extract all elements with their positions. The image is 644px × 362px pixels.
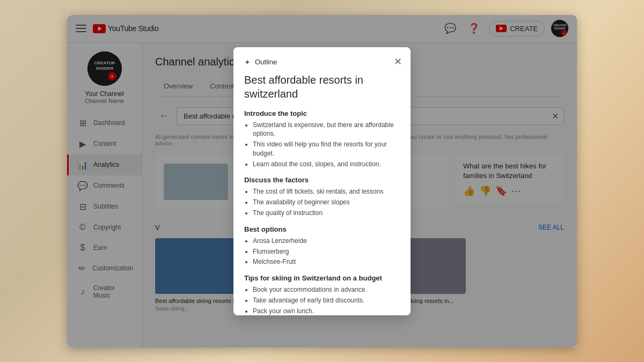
outline-section-title-1: Introduce the topic	[244, 109, 400, 117]
outline-list-3: Arosa Lenzerheide Flumserberg Melchsee-F…	[244, 237, 400, 267]
outline-section-title-4: Tips for skiing in Switzerland on a budg…	[244, 274, 400, 282]
outline-section-2: Discuss the factors The cost of lift tic…	[244, 176, 400, 217]
modal-overlay: ✦ Outline ✕ Best affordable resorts in s…	[67, 15, 577, 348]
outline-item-4-2: Take advantage of early bird discounts.	[253, 296, 400, 305]
outline-section-3: Best options Arosa Lenzerheide Flumserbe…	[244, 225, 400, 267]
outline-item-1-2: This video will help you find the resort…	[253, 140, 400, 158]
outline-list-2: The cost of lift tickets, ski rentals, a…	[244, 187, 400, 217]
outline-item-2-3: The quality of instruction	[253, 209, 400, 218]
modal-title: Best affordable resorts in switzerland	[244, 73, 400, 101]
outline-item-2-2: The availability of beginner slopes	[253, 198, 400, 207]
outline-list-1: Switzerland is expensive, but there are …	[244, 121, 400, 169]
outline-item-2-1: The cost of lift tickets, ski rentals, a…	[253, 187, 400, 196]
outline-item-3-1: Arosa Lenzerheide	[253, 237, 400, 246]
outline-item-3-3: Melchsee-Frutt	[253, 257, 400, 267]
outline-section-title-2: Discuss the factors	[244, 176, 400, 184]
outline-item-1-1: Switzerland is expensive, but there are …	[253, 121, 400, 139]
modal-header: ✦ Outline	[244, 58, 400, 67]
outline-section-title-3: Best options	[244, 225, 400, 233]
outline-modal: ✦ Outline ✕ Best affordable resorts in s…	[233, 47, 411, 315]
outline-section-1: Introduce the topic Switzerland is expen…	[244, 109, 400, 169]
outline-section-4: Tips for skiing in Switzerland on a budg…	[244, 274, 400, 315]
modal-header-title: Outline	[255, 58, 277, 66]
outline-item-4-1: Book your accommodations in advance.	[253, 285, 400, 294]
outline-list-4: Book your accommodations in advance. Tak…	[244, 285, 400, 315]
outline-item-4-3: Pack your own lunch.	[253, 307, 400, 315]
outline-item-1-3: Learn about the cost, slopes, and instru…	[253, 160, 400, 169]
modal-close-button[interactable]: ✕	[394, 56, 402, 68]
sparkle-icon: ✦	[244, 58, 251, 67]
outline-item-3-2: Flumserberg	[253, 247, 400, 256]
